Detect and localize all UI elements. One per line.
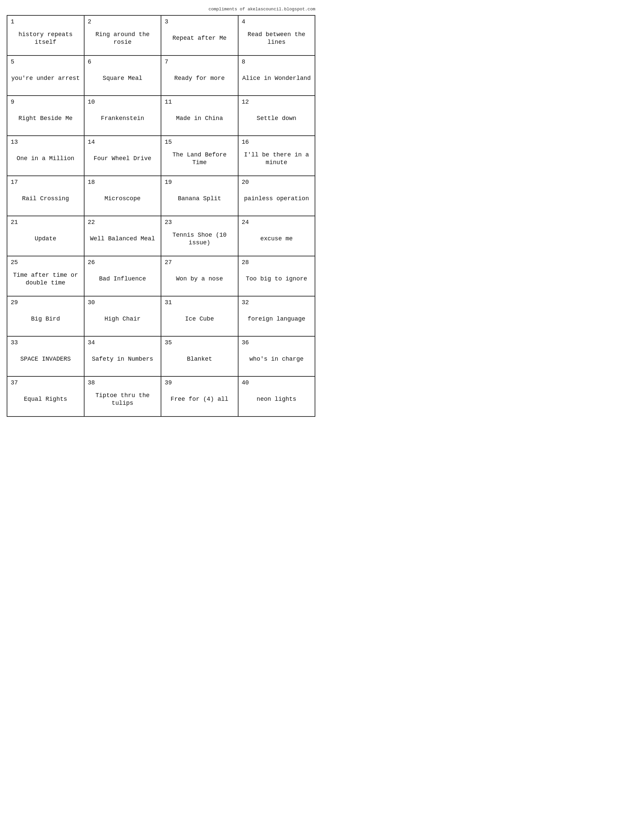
grid-cell-5: 5you're under arrest: [7, 56, 84, 96]
cell-number-17: 17: [11, 179, 18, 186]
grid-cell-30: 30High Chair: [84, 297, 162, 336]
cell-text-27: Won by a nose: [176, 275, 223, 283]
cell-number-24: 24: [242, 219, 249, 226]
cell-number-27: 27: [165, 259, 172, 266]
cell-text-33: SPACE INVADERS: [20, 355, 71, 363]
grid-cell-20: 20painless operation: [238, 176, 315, 216]
cell-number-30: 30: [88, 299, 95, 306]
cell-text-3: Repeat after Me: [172, 35, 227, 42]
grid-cell-17: 17Rail Crossing: [7, 176, 84, 216]
cell-text-9: Right Beside Me: [18, 115, 72, 122]
cell-number-1: 1: [11, 18, 14, 25]
cell-text-29: Big Bird: [31, 315, 60, 323]
cell-number-36: 36: [242, 339, 249, 346]
cell-number-13: 13: [11, 139, 18, 145]
grid-cell-25: 25Time after time or double time: [7, 256, 84, 297]
cell-number-23: 23: [165, 219, 172, 226]
grid-cell-13: 13One in a Million: [7, 136, 84, 176]
cell-text-17: Rail Crossing: [22, 195, 69, 203]
cell-text-19: Banana Split: [178, 195, 221, 203]
grid-cell-21: 21Update: [7, 216, 84, 256]
grid-cell-23: 23Tennis Shoe (10 issue): [161, 216, 238, 256]
grid-cell-18: 18Microscope: [84, 176, 162, 216]
cell-text-21: Update: [35, 235, 56, 243]
puzzle-grid: 1history repeats itself2Ring around the …: [7, 15, 315, 417]
cell-number-18: 18: [88, 179, 95, 186]
cell-text-18: Microscope: [105, 195, 141, 203]
grid-cell-12: 12Settle down: [238, 96, 315, 136]
cell-text-12: Settle down: [256, 115, 296, 122]
attribution-text: compliments of akelascouncil.blogspot.co…: [7, 7, 315, 12]
cell-text-7: Ready for more: [174, 74, 225, 82]
cell-number-11: 11: [165, 99, 172, 105]
grid-cell-40: 40neon lights: [238, 377, 315, 417]
cell-number-5: 5: [11, 58, 14, 65]
cell-text-20: painless operation: [244, 195, 309, 203]
cell-text-25: Time after time or double time: [11, 272, 80, 287]
cell-number-3: 3: [165, 18, 168, 25]
grid-cell-16: 16I'll be there in a minute: [238, 136, 315, 176]
cell-text-6: Square Meal: [103, 74, 142, 82]
grid-cell-4: 4Read between the lines: [238, 16, 315, 56]
cell-number-12: 12: [242, 99, 249, 105]
grid-cell-28: 28Too big to ignore: [238, 256, 315, 297]
cell-number-2: 2: [88, 18, 92, 25]
cell-text-35: Blanket: [187, 355, 212, 363]
cell-text-34: Safety in Numbers: [92, 355, 153, 363]
cell-text-30: High Chair: [105, 315, 141, 323]
cell-number-33: 33: [11, 339, 18, 346]
cell-number-20: 20: [242, 179, 249, 186]
cell-text-38: Tiptoe thru the tulips: [88, 392, 158, 407]
grid-cell-3: 3Repeat after Me: [161, 16, 238, 56]
grid-cell-31: 31Ice Cube: [161, 297, 238, 336]
cell-number-21: 21: [11, 219, 18, 226]
cell-text-40: neon lights: [256, 396, 296, 403]
grid-cell-7: 7Ready for more: [161, 56, 238, 96]
cell-number-31: 31: [165, 299, 172, 306]
cell-number-14: 14: [88, 139, 95, 145]
grid-cell-32: 32foreign language: [238, 297, 315, 336]
cell-text-11: Made in China: [176, 115, 223, 122]
cell-number-9: 9: [11, 99, 14, 105]
cell-text-28: Too big to ignore: [246, 275, 307, 283]
cell-text-2: Ring around the rosie: [88, 31, 158, 46]
grid-cell-38: 38Tiptoe thru the tulips: [84, 377, 162, 417]
cell-number-29: 29: [11, 299, 18, 306]
cell-text-10: Frankenstein: [101, 115, 144, 122]
cell-number-25: 25: [11, 259, 18, 266]
cell-text-31: Ice Cube: [185, 315, 214, 323]
cell-text-22: Well Balanced Meal: [90, 235, 155, 243]
grid-cell-8: 8Alice in Wonderland: [238, 56, 315, 96]
cell-number-38: 38: [88, 379, 95, 386]
cell-number-15: 15: [165, 139, 172, 145]
cell-number-22: 22: [88, 219, 95, 226]
cell-number-39: 39: [165, 379, 172, 386]
cell-text-15: The Land Before Time: [165, 151, 235, 167]
grid-cell-37: 37Equal Rights: [7, 377, 84, 417]
cell-number-19: 19: [165, 179, 172, 186]
cell-text-4: Read between the lines: [242, 31, 312, 46]
cell-number-7: 7: [165, 58, 168, 65]
grid-cell-39: 39Free for (4) all: [161, 377, 238, 417]
cell-text-8: Alice in Wonderland: [242, 74, 310, 82]
cell-number-34: 34: [88, 339, 95, 346]
cell-number-40: 40: [242, 379, 249, 386]
grid-cell-29: 29Big Bird: [7, 297, 84, 336]
grid-cell-10: 10Frankenstein: [84, 96, 162, 136]
cell-number-28: 28: [242, 259, 249, 266]
cell-number-16: 16: [242, 139, 249, 145]
grid-cell-19: 19Banana Split: [161, 176, 238, 216]
cell-number-37: 37: [11, 379, 18, 386]
cell-text-36: who's in charge: [250, 355, 304, 363]
cell-number-10: 10: [88, 99, 95, 105]
cell-text-5: you're under arrest: [12, 74, 80, 82]
cell-number-4: 4: [242, 18, 245, 25]
cell-text-37: Equal Rights: [24, 396, 67, 403]
grid-cell-9: 9Right Beside Me: [7, 96, 84, 136]
grid-cell-14: 14Four Wheel Drive: [84, 136, 162, 176]
grid-cell-24: 24excuse me: [238, 216, 315, 256]
grid-cell-34: 34Safety in Numbers: [84, 336, 162, 377]
cell-text-39: Free for (4) all: [171, 396, 228, 403]
cell-number-8: 8: [242, 58, 245, 65]
grid-cell-15: 15The Land Before Time: [161, 136, 238, 176]
